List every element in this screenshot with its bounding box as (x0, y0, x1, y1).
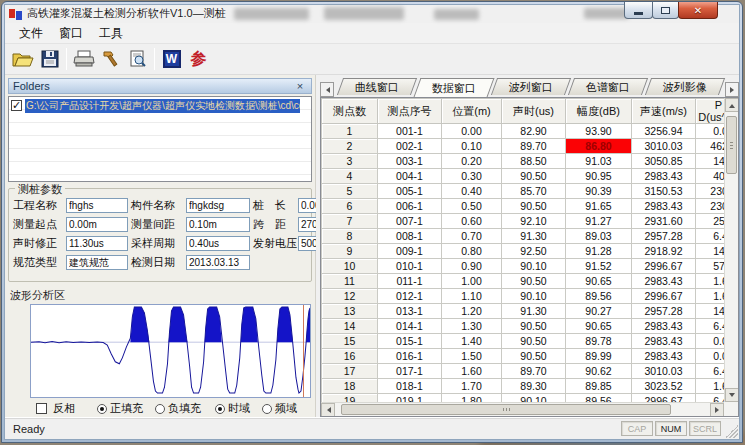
table-cell[interactable]: 230.4 (696, 184, 725, 199)
table-cell[interactable]: 90.10 (502, 289, 566, 304)
table-cell[interactable]: 90.50 (502, 334, 566, 349)
table-cell[interactable]: 0.40 (442, 184, 502, 199)
table-cell[interactable]: 3010.03 (632, 139, 696, 154)
table-cell[interactable]: 90.10 (502, 259, 566, 274)
maximize-button[interactable] (652, 2, 679, 19)
open-file-button[interactable] (9, 46, 36, 72)
standard-type-field[interactable] (66, 255, 128, 270)
print-preview-button[interactable] (124, 46, 151, 72)
table-cell[interactable]: 14.4 (696, 304, 725, 319)
table-cell[interactable]: 1.80 (442, 394, 502, 403)
table-cell[interactable]: 14.4 (696, 154, 725, 169)
tab-wavetrain-image[interactable]: 波列影像 (645, 78, 725, 95)
table-cell[interactable]: 1.40 (442, 334, 502, 349)
table-cell[interactable]: 6.40 (696, 364, 725, 379)
table-cell[interactable]: 0.00 (696, 334, 725, 349)
table-cell[interactable]: 57.6 (696, 259, 725, 274)
row-number-cell[interactable]: 3 (322, 154, 378, 169)
resize-grip[interactable] (725, 425, 738, 438)
table-cell[interactable]: 013-1 (378, 304, 442, 319)
table-cell[interactable]: 90.95 (566, 169, 632, 184)
table-cell[interactable]: 1.50 (442, 349, 502, 364)
column-header[interactable]: 测点数 (322, 99, 378, 124)
row-number-cell[interactable]: 6 (322, 199, 378, 214)
table-cell[interactable]: 1.60 (696, 289, 725, 304)
table-cell[interactable]: 91.03 (566, 154, 632, 169)
table-cell[interactable]: 89.30 (502, 379, 566, 394)
row-number-cell[interactable]: 18 (322, 379, 378, 394)
table-cell[interactable]: 90.50 (502, 169, 566, 184)
scroll-down-button[interactable] (725, 388, 739, 402)
row-number-cell[interactable]: 15 (322, 334, 378, 349)
title-bar[interactable]: 高铁灌浆混凝土检测分析软件V1.0—测桩 ✕ (4, 4, 740, 23)
measure-start-field[interactable] (66, 217, 128, 232)
folders-list[interactable]: G:\公司产品设计开发\超声仪器\超声仪实地检测数据\测桩\cd\cd03\cd… (8, 96, 312, 182)
table-cell[interactable]: 6.40 (696, 229, 725, 244)
table-cell[interactable]: 001-1 (378, 124, 442, 139)
table-cell[interactable]: 90.50 (502, 199, 566, 214)
folders-close-icon[interactable]: × (293, 80, 307, 92)
table-cell[interactable]: 2957.28 (632, 229, 696, 244)
table-cell[interactable]: 86.80 (566, 139, 632, 154)
time-domain-radio-group[interactable]: 时域 (215, 401, 250, 416)
test-date-field[interactable] (186, 255, 250, 270)
table-cell[interactable]: 2996.67 (632, 394, 696, 403)
row-number-cell[interactable]: 12 (322, 289, 378, 304)
table-cell[interactable]: 88.50 (502, 154, 566, 169)
waveform-canvas[interactable] (30, 304, 311, 398)
table-cell[interactable]: 82.90 (502, 124, 566, 139)
table-cell[interactable]: 004-1 (378, 169, 442, 184)
row-number-cell[interactable]: 14 (322, 319, 378, 334)
tab-curve-window[interactable]: 曲线窗口 (337, 78, 417, 95)
table-cell[interactable]: 89.99 (566, 349, 632, 364)
tab-wavetrain-window[interactable]: 波列窗口 (491, 78, 571, 95)
table-cell[interactable]: 1.30 (442, 319, 502, 334)
table-cell[interactable]: 0.00 (696, 124, 725, 139)
table-cell[interactable]: 91.65 (566, 199, 632, 214)
vertical-scrollbar[interactable] (724, 98, 738, 402)
invert-checkbox-group[interactable]: 反相 (36, 401, 75, 416)
table-cell[interactable]: 2996.67 (632, 289, 696, 304)
table-cell[interactable]: 91.52 (566, 259, 632, 274)
table-cell[interactable]: 2983.43 (632, 199, 696, 214)
table-cell[interactable]: 91.30 (502, 304, 566, 319)
table-cell[interactable]: 0.60 (442, 214, 502, 229)
invert-checkbox[interactable] (36, 403, 47, 414)
measure-interval-field[interactable] (186, 217, 250, 232)
row-number-cell[interactable]: 5 (322, 184, 378, 199)
time-correction-field[interactable] (66, 236, 128, 251)
table-cell[interactable]: 1.60 (696, 379, 725, 394)
table-cell[interactable]: 0.90 (442, 259, 502, 274)
table-cell[interactable]: 40.0 (696, 169, 725, 184)
table-cell[interactable]: 2983.43 (632, 334, 696, 349)
table-cell[interactable]: 1.60 (442, 364, 502, 379)
table-cell[interactable]: 90.62 (566, 364, 632, 379)
table-cell[interactable]: 89.03 (566, 229, 632, 244)
horizontal-scroll-thumb[interactable] (341, 404, 671, 415)
table-cell[interactable]: 90.50 (502, 349, 566, 364)
table-cell[interactable]: 009-1 (378, 244, 442, 259)
table-cell[interactable]: 0.10 (442, 139, 502, 154)
table-cell[interactable]: 89.56 (566, 289, 632, 304)
horizontal-scrollbar[interactable] (321, 402, 724, 416)
table-cell[interactable]: 3010.03 (632, 364, 696, 379)
table-cell[interactable]: 462.4 (696, 139, 725, 154)
component-name-field[interactable] (186, 198, 250, 213)
table-cell[interactable]: 2931.60 (632, 214, 696, 229)
table-cell[interactable]: 1.20 (442, 304, 502, 319)
tab-scroll-right-button[interactable] (725, 82, 739, 97)
table-cell[interactable]: 005-1 (378, 184, 442, 199)
tools-button[interactable] (97, 46, 124, 72)
table-cell[interactable]: 012-1 (378, 289, 442, 304)
close-button[interactable]: ✕ (678, 2, 718, 19)
table-cell[interactable]: 0.30 (442, 169, 502, 184)
fill-negative-radio[interactable] (155, 404, 165, 414)
table-cell[interactable]: 018-1 (378, 379, 442, 394)
table-cell[interactable]: 014-1 (378, 319, 442, 334)
table-cell[interactable]: 1.70 (442, 379, 502, 394)
table-cell[interactable]: 3023.52 (632, 379, 696, 394)
fill-positive-radio-group[interactable]: 正填充 (97, 401, 143, 416)
table-cell[interactable]: 010-1 (378, 259, 442, 274)
table-cell[interactable]: 91.30 (502, 229, 566, 244)
row-number-cell[interactable]: 10 (322, 259, 378, 274)
